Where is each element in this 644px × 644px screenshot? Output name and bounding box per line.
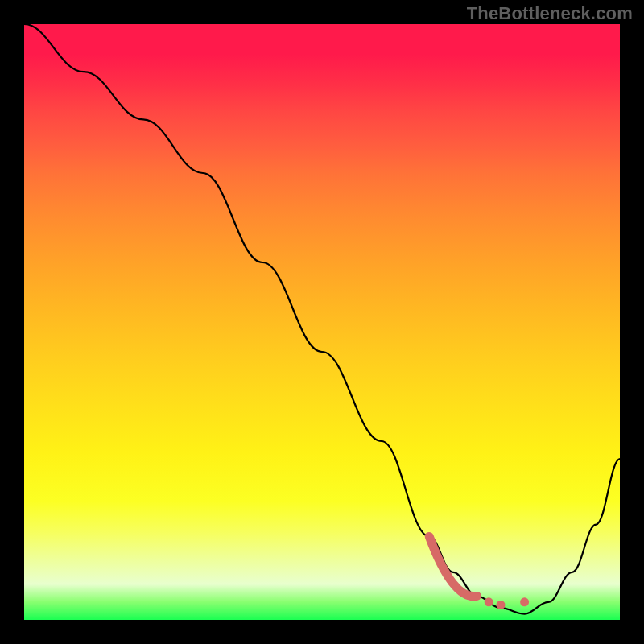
accent-point bbox=[520, 597, 529, 606]
accent-point bbox=[485, 597, 493, 606]
watermark-text: TheBottleneck.com bbox=[467, 3, 633, 24]
plot-svg bbox=[24, 24, 620, 620]
bottleneck-curve bbox=[24, 24, 620, 614]
sweet-spot-accent bbox=[429, 536, 477, 596]
chart-container: TheBottleneck.com bbox=[0, 0, 644, 644]
accent-point bbox=[497, 601, 506, 609]
accent-markers bbox=[485, 597, 529, 609]
plot-area bbox=[24, 24, 620, 620]
